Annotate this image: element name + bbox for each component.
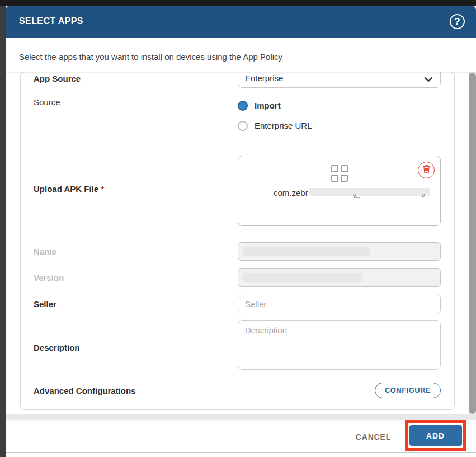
radio-selected-icon[interactable] [238,101,248,111]
screen: SELECT APPS ? Select the apps that you w… [0,0,476,457]
radio-enterprise-url-label[interactable]: Enterprise URL [255,121,312,130]
app-source-select[interactable]: Enterprise [238,72,441,88]
redacted-name-value [243,247,370,256]
help-icon[interactable]: ? [450,14,465,29]
modal-scrollbar[interactable] [469,72,476,417]
chevron-down-icon [424,74,433,84]
seller-field[interactable] [238,295,441,313]
configure-button[interactable]: CONFIGURE [375,383,441,398]
name-label: Name [34,247,56,256]
trash-icon [422,164,431,176]
description-label: Description [34,343,80,352]
version-label: Version [34,273,64,282]
radio-import-label[interactable]: Import [255,101,281,110]
modal-scrollbar-thumb[interactable] [469,73,476,414]
upload-dropzone[interactable]: com.zebr g_ p [238,156,441,226]
app-source-value: Enterprise [245,73,283,83]
cancel-button[interactable]: CANCEL [356,432,391,441]
redacted-fragment: p [422,191,425,198]
dialog-subtitle-bar: Select the apps that you want to install… [6,38,476,72]
redacted-version-value [243,273,362,282]
description-field[interactable] [238,320,441,370]
select-apps-dialog: SELECT APPS ? Select the apps that you w… [6,6,476,452]
redacted-filename-area: g_ p [309,188,430,196]
highlight-box: ADD [405,420,466,451]
backdrop-top [0,0,476,6]
source-label: Source [34,97,60,107]
radio-unselected-icon[interactable] [238,121,248,131]
form-panel: App Source Enterprise Source Import Ente… [20,72,455,410]
dialog-footer: CANCEL ADD [6,422,476,452]
delete-file-button[interactable] [418,162,435,178]
dialog-header: SELECT APPS ? [6,6,476,38]
required-asterisk: * [101,184,104,194]
app-source-label: App Source [34,74,81,83]
uploaded-file-name: com.zebr [274,188,308,197]
footer-divider [6,414,476,420]
dialog-title: SELECT APPS [19,16,83,26]
modal-bottom-edge [6,452,476,453]
app-placeholder-icon [331,165,348,182]
radio-enterprise-url[interactable]: Enterprise URL [238,121,333,132]
redacted-fragment: g_ [353,191,360,198]
dialog-subtitle: Select the apps that you want to install… [19,52,282,62]
radio-import[interactable]: Import [238,101,305,112]
add-button[interactable]: ADD [409,425,462,446]
seller-label: Seller [34,299,56,309]
backdrop-left [0,0,6,457]
uploaded-file-row: com.zebr g_ p [274,188,430,197]
upload-apk-label: Upload APK File * [34,184,104,194]
advanced-configurations-label: Advanced Configurations [34,386,136,395]
